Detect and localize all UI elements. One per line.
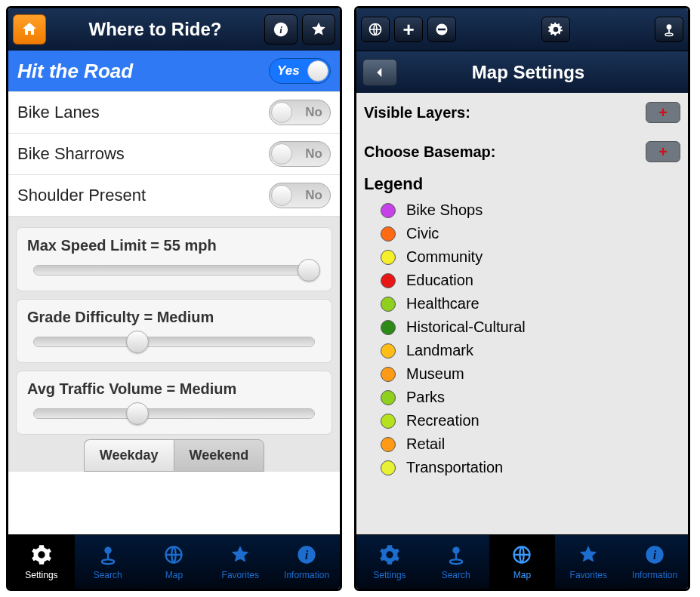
toggle-label: Bike Lanes (17, 103, 100, 122)
globe-button[interactable] (361, 17, 390, 42)
toggle-state-label: No (305, 146, 322, 162)
legend-item: Transportation (356, 456, 688, 479)
topbar: + (356, 8, 688, 51)
subheader: Map Settings (356, 51, 688, 93)
legend-dot (381, 390, 396, 405)
slider-thumb[interactable] (298, 259, 320, 282)
svg-point-4 (102, 559, 114, 564)
tab-label: Information (284, 570, 329, 580)
expand-button[interactable]: + (646, 141, 680, 162)
star-icon (578, 544, 599, 568)
tab-bar: SettingsSearchMapFavoritesiInformation (8, 534, 340, 589)
joy-icon (97, 544, 119, 568)
toggle-switch[interactable]: Yes (269, 58, 331, 84)
legend-label: Museum (406, 365, 464, 383)
legend-dot (381, 226, 396, 242)
segmented-control: WeekdayWeekend (8, 439, 340, 472)
toggle-knob (271, 143, 292, 165)
toggle-knob (271, 102, 292, 123)
slider-thumb[interactable] (126, 402, 149, 425)
legend-dot (381, 250, 396, 265)
slider-thumb[interactable] (126, 331, 149, 353)
toggle-switch[interactable]: No (269, 100, 331, 125)
legend-item: Parks (356, 386, 688, 409)
tab-map[interactable]: Map (141, 535, 208, 589)
svg-text:i: i (279, 25, 282, 35)
legend-item: Civic (356, 222, 688, 245)
legend-label: Landmark (406, 342, 473, 359)
globe-icon (163, 544, 184, 568)
tab-label: Map (165, 570, 183, 580)
settings-button[interactable] (541, 17, 570, 42)
legend-dot (381, 343, 396, 359)
legend-label: Transportation (406, 459, 503, 476)
slider-track[interactable] (33, 408, 315, 419)
legend-title: Legend (356, 171, 688, 198)
toggle-knob (307, 60, 328, 82)
toggle-row: Bike SharrowsNo (8, 134, 340, 175)
legend-label: Education (406, 272, 473, 289)
slider-label: Grade Difficulty = Medium (27, 309, 321, 326)
tab-label: Map (513, 570, 531, 580)
globe-icon (511, 544, 532, 568)
legend-item: Bike Shops (356, 198, 688, 222)
locate-button[interactable] (655, 17, 683, 42)
back-button[interactable] (362, 59, 397, 86)
tab-map[interactable]: Map (489, 535, 556, 589)
segment-button[interactable]: Weekend (174, 439, 265, 472)
slider-track[interactable] (33, 337, 315, 347)
tab-favorites[interactable]: Favorites (207, 535, 273, 589)
zoom-in-button[interactable]: + (394, 17, 423, 42)
setting-row: Visible Layers:+ (356, 93, 688, 132)
toggle-row: Shoulder PresentNo (8, 175, 340, 217)
tab-bar: SettingsSearchMapFavoritesiInformation (356, 534, 688, 589)
tab-label: Settings (25, 570, 57, 580)
favorite-button[interactable] (302, 14, 335, 45)
slider-track[interactable] (33, 265, 315, 275)
legend-item: Community (356, 245, 688, 269)
tab-settings[interactable]: Settings (356, 535, 423, 589)
tab-information[interactable]: iInformation (621, 535, 688, 589)
home-button[interactable] (13, 14, 46, 45)
segment-button[interactable]: Weekday (84, 439, 174, 472)
setting-row: Choose Basemap:+ (356, 132, 688, 171)
svg-rect-3 (107, 552, 109, 559)
svg-text:i: i (653, 547, 657, 562)
legend-label: Retail (406, 435, 445, 453)
toggle-row: Bike LanesNo (8, 92, 340, 134)
tab-search[interactable]: Search (75, 535, 141, 589)
tab-information[interactable]: iInformation (273, 535, 340, 589)
legend-dot (381, 273, 396, 288)
toggle-switch[interactable]: No (269, 141, 331, 167)
toggle-switch[interactable]: No (269, 183, 331, 208)
phone-right: + Map Settings Visible Layers:+Choose Ba… (354, 6, 690, 591)
legend-label: Historical-Cultural (406, 319, 526, 336)
svg-point-16 (450, 559, 462, 564)
slider-box: Avg Traffic Volume = Medium (16, 371, 332, 435)
legend-label: Healthcare (406, 295, 480, 312)
tab-favorites[interactable]: Favorites (555, 535, 621, 589)
toggle-state-label: No (305, 105, 322, 120)
slider-box: Max Speed Limit = 55 mph (16, 227, 332, 291)
tab-search[interactable]: Search (423, 535, 489, 589)
svg-point-11 (667, 24, 672, 29)
tab-label: Information (632, 570, 677, 580)
content-area: Visible Layers:+Choose Basemap:+ Legend … (356, 93, 688, 534)
svg-point-13 (665, 33, 673, 35)
expand-button[interactable]: + (646, 102, 680, 123)
legend-item: Recreation (356, 409, 688, 432)
svg-rect-10 (438, 29, 446, 31)
toggle-label: Shoulder Present (17, 186, 146, 205)
topbar: Where to Ride? i (8, 8, 340, 51)
legend-label: Recreation (406, 412, 480, 429)
content-area: Hit the RoadYesBike LanesNoBike Sharrows… (8, 51, 340, 534)
legend-dot (381, 297, 396, 312)
svg-point-2 (104, 546, 111, 553)
info-button[interactable]: i (264, 14, 298, 45)
svg-text:i: i (305, 547, 309, 562)
tab-settings[interactable]: Settings (8, 535, 75, 589)
legend-label: Bike Shops (406, 202, 483, 219)
zoom-out-button[interactable] (427, 17, 456, 42)
joy-icon (446, 544, 467, 568)
info-icon: i (296, 544, 317, 568)
